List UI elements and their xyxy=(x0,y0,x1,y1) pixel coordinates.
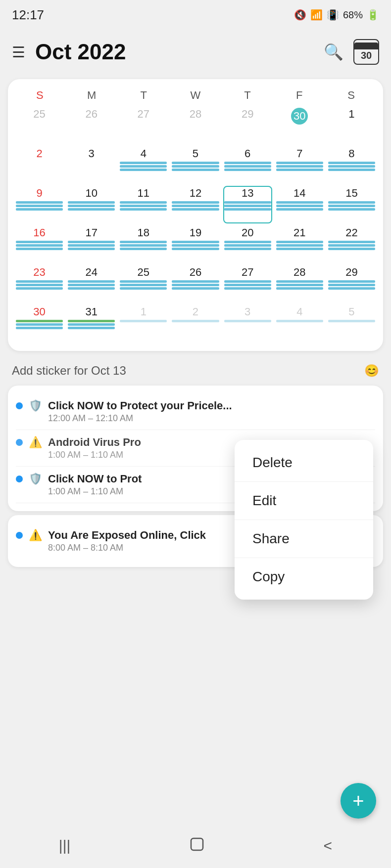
cal-cell-13-selected[interactable]: 13 xyxy=(222,185,273,224)
cal-cell[interactable]: 8 xyxy=(326,145,377,185)
event-line xyxy=(224,287,271,290)
event-lines xyxy=(16,241,63,250)
event-line xyxy=(276,284,323,286)
cal-cell[interactable]: 1 xyxy=(326,106,377,145)
status-bar: 12:17 🔇 📶 📳 68% 🔋 xyxy=(0,0,391,30)
cal-cell[interactable]: 20 xyxy=(222,224,273,264)
cal-cell[interactable]: 28 xyxy=(274,264,325,304)
event-line xyxy=(16,284,63,286)
event-lines xyxy=(16,320,63,329)
event-line xyxy=(120,201,167,204)
context-menu-copy[interactable]: Copy xyxy=(235,558,373,596)
event-line xyxy=(68,323,115,326)
cal-cell[interactable]: 25 xyxy=(14,106,65,145)
event-warning-icon-2: ⚠️ xyxy=(29,529,42,542)
event-line xyxy=(328,208,375,211)
cal-cell[interactable]: 3 xyxy=(66,145,117,185)
event-line xyxy=(68,248,115,250)
cal-cell[interactable]: 6 xyxy=(222,145,273,185)
event-item-1[interactable]: 🛡️ Click NOW to Protect your Pricele... … xyxy=(16,393,375,430)
event-line xyxy=(172,244,219,247)
wifi-icon: 📶 xyxy=(310,9,323,21)
battery-icon: 🔋 xyxy=(367,9,379,21)
cal-cell[interactable]: 27 xyxy=(222,264,273,304)
nav-recent-apps[interactable]: ||| xyxy=(59,837,70,854)
event-line xyxy=(224,205,271,207)
event-line xyxy=(120,280,167,283)
cal-cell[interactable]: 17 xyxy=(66,224,117,264)
events-section: 🛡️ Click NOW to Protect your Pricele... … xyxy=(0,386,391,567)
cal-cell[interactable]: 25 xyxy=(118,264,169,304)
cal-cell-30[interactable]: 30 xyxy=(14,304,65,343)
events-card: 🛡️ Click NOW to Protect your Pricele... … xyxy=(8,386,383,511)
cal-cell[interactable]: 21 xyxy=(274,224,325,264)
cal-cell[interactable]: 26 xyxy=(170,264,221,304)
mute-icon: 🔇 xyxy=(294,9,306,21)
cal-cell[interactable]: 29 xyxy=(222,106,273,145)
cal-cell[interactable]: 15 xyxy=(326,185,377,224)
cal-cell[interactable]: 5 xyxy=(326,304,377,343)
fab-add-button[interactable]: + xyxy=(341,783,376,819)
cal-row-4: 16 17 18 19 xyxy=(14,224,377,264)
event-lines xyxy=(328,320,375,322)
event-dot xyxy=(16,476,23,482)
context-menu-share[interactable]: Share xyxy=(235,520,373,558)
event-line xyxy=(224,208,271,211)
cal-cell[interactable]: 4 xyxy=(274,304,325,343)
cal-cell[interactable]: 1 xyxy=(118,304,169,343)
cal-cell[interactable]: 18 xyxy=(118,224,169,264)
cal-cell[interactable]: 26 xyxy=(66,106,117,145)
cal-cell[interactable]: 7 xyxy=(274,145,325,185)
cal-cell[interactable]: 16 xyxy=(14,224,65,264)
cal-cell[interactable]: 10 xyxy=(66,185,117,224)
event-line xyxy=(120,320,167,322)
nav-home[interactable] xyxy=(188,835,206,857)
cal-cell-31[interactable]: 31 xyxy=(66,304,117,343)
svg-rect-2 xyxy=(191,838,203,850)
context-menu-edit[interactable]: Edit xyxy=(235,482,373,520)
cal-cell[interactable]: 29 xyxy=(326,264,377,304)
day-header-fri: F xyxy=(273,87,325,104)
cal-cell[interactable]: 3 xyxy=(222,304,273,343)
battery-text: 68% xyxy=(343,9,363,21)
cal-cell[interactable]: 22 xyxy=(326,224,377,264)
cal-cell[interactable]: 27 xyxy=(118,106,169,145)
event-lines xyxy=(172,241,219,250)
cal-cell[interactable]: 4 xyxy=(118,145,169,185)
event-lines xyxy=(224,280,271,290)
cal-cell[interactable]: 9 xyxy=(14,185,65,224)
event-line xyxy=(276,241,323,243)
cal-cell[interactable]: 2 xyxy=(170,304,221,343)
fab-plus-icon: + xyxy=(352,790,364,812)
sticker-icon[interactable]: 😊 xyxy=(364,364,379,378)
cal-cell[interactable]: 14 xyxy=(274,185,325,224)
day-header-sun: S xyxy=(14,87,66,104)
event-line xyxy=(224,165,271,168)
event-line xyxy=(276,165,323,168)
cal-cell[interactable]: 2 xyxy=(14,145,65,185)
cal-cell-30-today[interactable]: 30 xyxy=(274,106,325,145)
event-lines xyxy=(120,162,167,171)
menu-icon[interactable]: ☰ xyxy=(12,43,25,61)
cal-cell[interactable]: 5 xyxy=(170,145,221,185)
event-line xyxy=(172,201,219,204)
event-line xyxy=(68,327,115,329)
cal-cell[interactable]: 19 xyxy=(170,224,221,264)
event-line xyxy=(68,287,115,290)
event-line xyxy=(120,241,167,243)
bottom-nav: ||| < xyxy=(0,824,391,868)
cal-cell[interactable]: 23 xyxy=(14,264,65,304)
cal-cell[interactable]: 28 xyxy=(170,106,221,145)
cal-cell[interactable]: 12 xyxy=(170,185,221,224)
event-line xyxy=(224,169,271,171)
cal-cell[interactable]: 24 xyxy=(66,264,117,304)
cal-cell[interactable]: 11 xyxy=(118,185,169,224)
nav-back[interactable]: < xyxy=(324,837,333,854)
context-menu-delete[interactable]: Delete xyxy=(235,444,373,482)
day-header-sat: S xyxy=(325,87,377,104)
day-headers: S M T W T F S xyxy=(14,87,377,104)
search-icon[interactable]: 🔍 xyxy=(324,43,343,61)
status-time: 12:17 xyxy=(12,7,44,23)
calendar-today-button[interactable]: 30 xyxy=(353,39,379,65)
event-line xyxy=(16,201,63,204)
